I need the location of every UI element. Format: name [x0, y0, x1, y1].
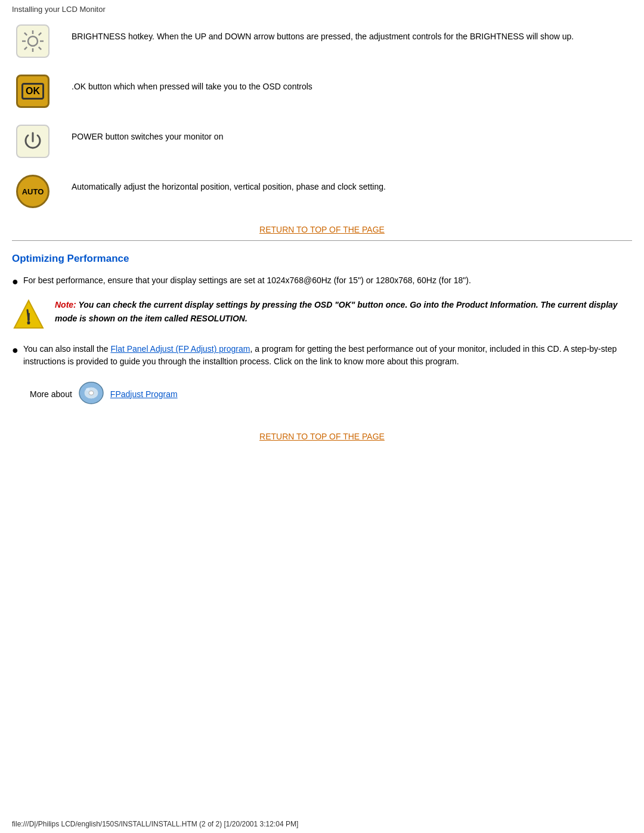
ok-description: .OK button which when pressed will take … — [72, 75, 632, 93]
brightness-icon — [16, 24, 49, 58]
more-about-row: More about FPadjust Program — [30, 380, 632, 408]
return-link-bottom[interactable]: RETURN TO TOP OF THE PAGE — [259, 432, 385, 441]
fpadjust-program-link[interactable]: FPadjust Program — [110, 389, 178, 399]
brightness-description: BRIGHTNESS hotkey. When the UP and DOWN … — [72, 24, 632, 43]
ok-row: OK .OK button which when pressed will ta… — [12, 75, 632, 108]
svg-point-15 — [89, 391, 94, 395]
ok-icon-cell: OK — [12, 75, 54, 108]
fp-adjust-link[interactable]: Flat Panel Adjust (FP Adjust) program — [110, 344, 250, 354]
warning-triangle-icon: ! — [12, 298, 45, 332]
svg-line-5 — [24, 33, 27, 35]
svg-point-12 — [27, 321, 30, 324]
return-link-bottom-container: RETURN TO TOP OF THE PAGE — [12, 432, 632, 441]
optimizing-section: Optimizing Performance ● For best perfor… — [12, 253, 632, 441]
note-box: ! Note: You can check the current displa… — [12, 298, 632, 333]
section-title: Optimizing Performance — [12, 253, 632, 265]
power-icon-cell — [12, 125, 54, 158]
section-divider — [12, 240, 632, 241]
power-description: POWER button switches your monitor on — [72, 125, 632, 143]
cd-icon — [78, 380, 104, 408]
brightness-row: BRIGHTNESS hotkey. When the UP and DOWN … — [12, 24, 632, 58]
auto-row: AUTO Automatically adjust the horizontal… — [12, 175, 632, 208]
auto-icon: AUTO — [16, 175, 49, 208]
auto-icon-cell: AUTO — [12, 175, 54, 208]
bullet-text-1: For best performance, ensure that your d… — [23, 274, 632, 287]
page-header: Installing your LCD Monitor — [0, 0, 644, 18]
return-link-top-container: RETURN TO TOP OF THE PAGE — [12, 225, 632, 234]
return-link-top[interactable]: RETURN TO TOP OF THE PAGE — [259, 225, 385, 234]
svg-point-16 — [86, 388, 89, 391]
note-body: You can check the current display settin… — [55, 300, 618, 323]
bullet-item-2: ● You can also install the Flat Panel Ad… — [12, 343, 632, 368]
bullet-item-1: ● For best performance, ensure that your… — [12, 274, 632, 289]
more-about-label: More about — [30, 389, 72, 399]
brightness-icon-cell — [12, 24, 54, 58]
ok-icon: OK — [16, 75, 49, 108]
svg-line-7 — [39, 33, 41, 35]
auto-description: Automatically adjust the horizontal posi… — [72, 175, 632, 193]
warning-icon-cell: ! — [12, 298, 45, 333]
bullet-dot-1: ● — [12, 275, 18, 289]
bullet-text-2: You can also install the Flat Panel Adju… — [23, 343, 632, 368]
svg-line-6 — [39, 47, 41, 49]
svg-point-0 — [28, 36, 38, 46]
svg-line-11 — [27, 310, 29, 320]
power-icon — [16, 125, 49, 158]
main-content: BRIGHTNESS hotkey. When the UP and DOWN … — [0, 18, 644, 471]
power-row: POWER button switches your monitor on — [12, 125, 632, 158]
svg-line-8 — [24, 47, 27, 49]
page-footer: file:///D|/Philips LCD/english/150S/INST… — [12, 820, 298, 828]
bullet-dot-2: ● — [12, 343, 18, 357]
note-text-content: Note: You can check the current display … — [55, 298, 632, 325]
header-title: Installing your LCD Monitor — [12, 5, 106, 14]
note-keyword: Note: — [55, 300, 76, 309]
